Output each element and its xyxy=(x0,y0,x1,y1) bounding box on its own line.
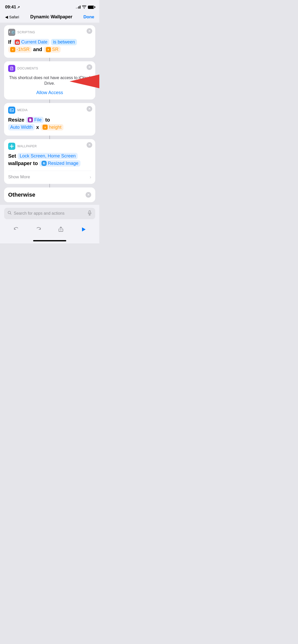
resized-image-icon xyxy=(42,161,47,166)
home-bar xyxy=(33,240,66,241)
svg-point-9 xyxy=(10,146,11,147)
svg-point-6 xyxy=(11,145,12,147)
show-more-chevron-icon: › xyxy=(90,174,91,180)
arrow-container: Allow Access xyxy=(8,90,91,95)
resized-image-pill[interactable]: Resized Image xyxy=(39,160,80,167)
wallpaper-label: WALLPAPER xyxy=(17,144,37,148)
screen-label: Lock Screen, Home Screen xyxy=(20,153,76,159)
bottom-search-bar: Search for apps and actions xyxy=(0,205,99,221)
wallpaper-close-button[interactable]: ✕ xyxy=(87,142,92,148)
height-pill[interactable]: x height xyxy=(40,124,63,130)
scripting-icon: ⚙️ xyxy=(8,29,15,36)
and-line: x -1hSR and x SR xyxy=(8,46,91,53)
toolbar xyxy=(0,221,99,240)
scripting-card-header: ⚙️ SCRIPTING xyxy=(8,29,91,36)
search-icon xyxy=(8,211,12,216)
svg-rect-12 xyxy=(43,162,45,165)
nav-bar: ◀ Safari Dynamic Wallpaper Done xyxy=(0,12,99,23)
sr-label: SR xyxy=(52,47,59,52)
status-bar: 09:41 ↗ xyxy=(0,0,99,12)
back-label: Safari xyxy=(9,15,19,19)
documents-label: DOCUMENTS xyxy=(17,67,38,70)
if-line: If 📅 Current Date is between xyxy=(8,39,91,45)
search-bar-container: Search for apps and actions xyxy=(4,208,95,219)
svg-point-7 xyxy=(11,144,12,146)
documents-close-button[interactable]: ✕ xyxy=(87,64,92,70)
scripting-label: SCRIPTING xyxy=(17,31,35,34)
resize-line-1: Resize File to xyxy=(8,117,91,123)
set-text: Set xyxy=(8,153,16,159)
height-var-icon: x xyxy=(43,125,48,130)
no-access-text: This shortcut does not have access to iC… xyxy=(8,75,91,86)
otherwise-card: Otherwise ✕ xyxy=(4,187,95,202)
media-label: MEDIA xyxy=(17,108,28,112)
share-button[interactable] xyxy=(55,224,66,235)
connector-3 xyxy=(49,136,50,139)
main-content: ⚙️ SCRIPTING ✕ If 📅 Current Date is betw… xyxy=(0,23,99,202)
documents-card: DOCUMENTS ✕ This shortcut does not have … xyxy=(4,61,95,99)
minus1hsr-pill[interactable]: x -1hSR xyxy=(8,46,32,53)
back-chevron-icon: ◀ xyxy=(5,15,8,19)
wifi-icon xyxy=(82,5,86,9)
sr-pill[interactable]: x SR xyxy=(44,46,61,53)
documents-card-header: DOCUMENTS xyxy=(8,65,91,72)
file-label: File xyxy=(34,117,42,123)
set-line-2: wallpaper to Resized Image xyxy=(8,160,91,167)
minus1hsr-label: -1hSR xyxy=(17,47,30,52)
location-icon: ↗ xyxy=(17,5,20,9)
connector-4 xyxy=(49,184,50,187)
connector-1 xyxy=(49,58,50,61)
current-date-pill[interactable]: 📅 Current Date xyxy=(13,39,49,45)
variable-icon-1: x xyxy=(10,47,15,52)
resize-line-2: Auto Width x x height xyxy=(8,124,91,130)
svg-point-0 xyxy=(9,32,10,33)
to-text: to xyxy=(45,117,50,123)
scripting-card: ⚙️ SCRIPTING ✕ If 📅 Current Date is betw… xyxy=(4,25,95,58)
search-input[interactable]: Search for apps and actions xyxy=(14,211,86,216)
media-icon xyxy=(8,107,15,114)
resize-text: Resize xyxy=(8,117,24,123)
auto-width-pill[interactable]: Auto Width xyxy=(8,124,35,130)
scripting-close-button[interactable]: ✕ xyxy=(87,28,92,34)
current-date-label: Current Date xyxy=(21,39,47,45)
media-close-button[interactable]: ✕ xyxy=(87,106,92,112)
is-between-pill[interactable]: is between xyxy=(51,39,77,45)
documents-icon xyxy=(8,65,15,72)
connector-2 xyxy=(49,99,50,103)
file-pill[interactable]: File xyxy=(26,117,44,123)
undo-button[interactable] xyxy=(11,224,22,235)
redo-button[interactable] xyxy=(33,224,44,235)
svg-rect-15 xyxy=(89,211,90,213)
screen-pill[interactable]: Lock Screen, Home Screen xyxy=(18,153,78,159)
media-card: MEDIA ✕ Resize File to Auto Width x x he… xyxy=(4,103,95,136)
file-icon xyxy=(28,117,33,122)
otherwise-text: Otherwise xyxy=(8,192,35,198)
height-label: height xyxy=(49,125,61,130)
wallpaper-card-header: WALLPAPER xyxy=(8,143,91,150)
show-more-row[interactable]: Show More › xyxy=(8,171,91,180)
done-button[interactable]: Done xyxy=(83,14,94,20)
resized-image-label: Resized Image xyxy=(48,161,78,166)
back-button[interactable]: ◀ Safari xyxy=(5,15,19,19)
wallpaper-icon xyxy=(8,143,15,150)
wallpaper-card: WALLPAPER ✕ Set Lock Screen, Home Screen… xyxy=(4,139,95,184)
media-card-header: MEDIA xyxy=(8,107,91,114)
svg-point-8 xyxy=(11,147,12,148)
and-text: and xyxy=(33,47,42,52)
time-display: 09:41 xyxy=(5,5,16,10)
svg-rect-4 xyxy=(10,109,13,112)
status-icons xyxy=(76,5,94,9)
otherwise-close-button[interactable]: ✕ xyxy=(86,192,91,198)
status-time: 09:41 ↗ xyxy=(5,5,20,10)
svg-point-10 xyxy=(12,146,14,147)
signal-icon xyxy=(76,6,80,9)
page-title: Dynamic Wallpaper xyxy=(30,14,72,20)
play-button[interactable] xyxy=(77,224,89,235)
x-text: x xyxy=(36,124,39,130)
microphone-icon[interactable] xyxy=(88,210,92,217)
home-indicator xyxy=(0,240,99,243)
battery-icon xyxy=(88,6,94,9)
show-more-text: Show More xyxy=(8,174,30,180)
allow-access-button[interactable]: Allow Access xyxy=(8,90,91,95)
if-text: If xyxy=(8,39,11,45)
